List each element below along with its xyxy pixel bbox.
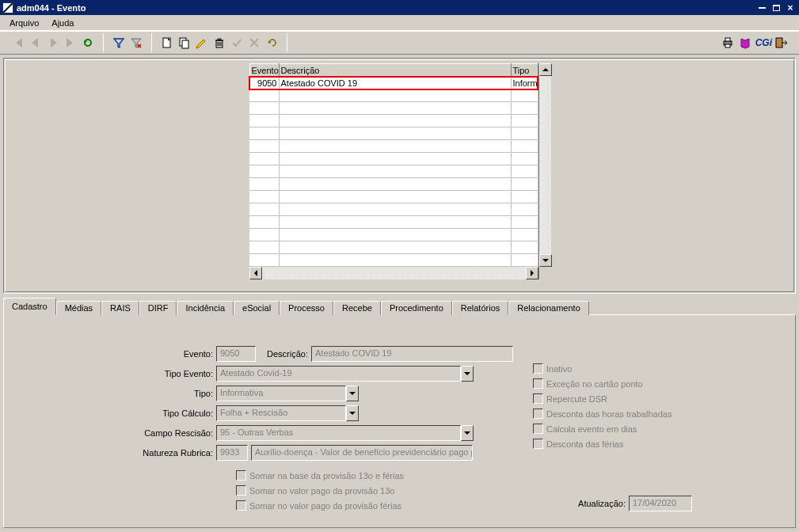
grid-row-empty[interactable] <box>249 191 538 203</box>
tab-relacionamento[interactable]: Relacionamento <box>508 301 589 315</box>
check-inativo[interactable]: Inativo <box>533 361 672 376</box>
grid-row-empty[interactable] <box>249 165 538 178</box>
input-evento[interactable]: 9050 <box>216 346 256 362</box>
label-atualizacao: Atualização: <box>578 499 629 508</box>
tab-relatorios[interactable]: Relatórios <box>452 301 509 315</box>
scroll-down-button[interactable] <box>539 254 552 267</box>
copy-button[interactable] <box>176 34 193 51</box>
evento-grid[interactable]: Evento Descrição Tipo 9050 Atestado COVI… <box>249 63 538 267</box>
scroll-up-button[interactable] <box>539 63 552 76</box>
grid-row-empty[interactable] <box>249 153 538 165</box>
grid-cell-evento[interactable]: 9050 <box>249 77 279 89</box>
grid-header-row: Evento Descrição Tipo <box>249 64 538 77</box>
grid-row-empty[interactable] <box>249 115 538 127</box>
vertical-scrollbar[interactable] <box>538 63 551 279</box>
grid-row-empty[interactable] <box>249 89 538 102</box>
combo-tipo-evento[interactable]: Atestado Covid-19 <box>216 366 474 382</box>
grid-row-empty[interactable] <box>249 203 538 216</box>
grid-row-empty[interactable] <box>249 241 538 254</box>
input-natureza-desc[interactable]: Auxílio-doença - Valor de benefício prev… <box>251 445 473 461</box>
label-tipo-calculo: Tipo Cálculo: <box>153 408 216 418</box>
close-button[interactable]: × <box>784 2 797 13</box>
svg-rect-2 <box>182 40 188 48</box>
menu-ajuda[interactable]: Ajuda <box>45 17 80 29</box>
filter-button[interactable] <box>110 34 127 51</box>
svg-rect-7 <box>776 38 782 48</box>
tab-recebe[interactable]: Recebe <box>333 301 381 315</box>
tab-processo[interactable]: Processo <box>280 301 333 315</box>
chevron-down-icon[interactable] <box>461 425 474 441</box>
prev-button[interactable] <box>27 34 44 51</box>
check-desconta-ferias[interactable]: Desconta das férias <box>533 436 672 451</box>
edit-button[interactable] <box>193 34 211 51</box>
cancel-button[interactable] <box>245 34 263 51</box>
input-descricao[interactable]: Atestado COVID 19 <box>311 346 513 362</box>
maximize-button[interactable] <box>770 2 782 13</box>
horizontal-scrollbar[interactable] <box>249 267 538 279</box>
chevron-down-icon[interactable] <box>461 366 474 382</box>
book-button[interactable] <box>736 34 754 51</box>
save-button[interactable] <box>228 34 245 51</box>
delete-button[interactable] <box>211 34 228 51</box>
label-descricao: Descrição: <box>256 349 311 359</box>
grid-cell-descricao[interactable]: Atestado COVID 19 <box>279 77 511 89</box>
undo-button[interactable] <box>263 34 280 51</box>
combo-tipo[interactable]: Informativa <box>216 386 359 401</box>
grid-panel: Evento Descrição Tipo 9050 Atestado COVI… <box>3 58 796 294</box>
scroll-right-button[interactable] <box>526 267 538 279</box>
combo-campo-rescisao[interactable]: 95 - Outras Verbas <box>216 425 474 441</box>
chevron-down-icon[interactable] <box>346 386 359 401</box>
check-somar-base-13o[interactable]: Somar na base da provisão 13o e férias <box>236 468 789 483</box>
input-atualizacao[interactable]: 17/04/2020 <box>629 496 692 511</box>
grid-row-empty[interactable] <box>249 216 538 229</box>
grid-row-empty[interactable] <box>249 140 538 153</box>
cgi-label: CGi <box>755 37 772 48</box>
input-natureza-code[interactable]: 9933 <box>216 445 248 461</box>
check-desconta-horas[interactable]: Desconta das horas trabalhadas <box>533 406 672 421</box>
menu-arquivo[interactable]: Arquivo <box>3 17 45 29</box>
tab-procedimento[interactable]: Procedimento <box>381 301 452 315</box>
menu-bar: Arquivo Ajuda <box>0 15 799 31</box>
tab-rais[interactable]: RAIS <box>101 301 139 315</box>
check-repercute-dsr[interactable]: Repercute DSR <box>533 391 672 406</box>
title-bar: adm044 - Evento × <box>0 0 799 15</box>
grid-header-descricao[interactable]: Descrição <box>279 64 511 77</box>
tab-medias[interactable]: Médias <box>56 301 101 315</box>
grid-row-empty[interactable] <box>249 178 538 191</box>
tab-cadastro[interactable]: Cadastro <box>3 298 56 315</box>
new-button[interactable] <box>158 34 176 51</box>
grid-row-selected[interactable]: 9050 Atestado COVID 19 Informa <box>249 77 538 89</box>
scroll-left-button[interactable] <box>249 267 262 279</box>
refresh-button[interactable] <box>79 34 97 51</box>
tab-esocial[interactable]: eSocial <box>234 301 280 315</box>
label-tipo-evento: Tipo Evento: <box>153 369 216 378</box>
check-somar-valor-13o[interactable]: Somar no valor pago da provisão 13o <box>236 483 789 498</box>
grid-cell-tipo[interactable]: Informa <box>511 77 538 89</box>
tab-dirf[interactable]: DIRF <box>139 301 177 315</box>
toolbar: CGi <box>0 31 799 55</box>
print-button[interactable] <box>719 34 736 51</box>
grid-row-empty[interactable] <box>249 229 538 241</box>
grid-row-empty[interactable] <box>249 254 538 267</box>
check-excecao[interactable]: Exceção no cartão ponto <box>533 376 672 391</box>
first-button[interactable] <box>10 34 27 51</box>
grid-row-empty[interactable] <box>249 102 538 115</box>
minimize-button[interactable] <box>755 2 768 13</box>
tab-incidencia[interactable]: Incidência <box>177 301 234 315</box>
window-title: adm044 - Evento <box>17 3 754 13</box>
exit-button[interactable] <box>772 34 789 51</box>
last-button[interactable] <box>62 34 79 51</box>
svg-rect-6 <box>725 44 730 48</box>
combo-tipo-calculo[interactable]: Folha + Rescisão <box>216 405 359 421</box>
grid-header-tipo[interactable]: Tipo <box>511 64 538 77</box>
chevron-down-icon[interactable] <box>346 405 359 421</box>
clear-filter-button[interactable] <box>127 34 145 51</box>
next-button[interactable] <box>44 34 62 51</box>
check-somar-valor-ferias[interactable]: Somar no valor pago da provisão férias <box>236 498 789 513</box>
check-calcula-dias[interactable]: Calcula evento em dias <box>533 421 672 436</box>
label-tipo: Tipo: <box>153 389 216 398</box>
grid-header-evento[interactable]: Evento <box>249 64 279 77</box>
grid-row-empty[interactable] <box>249 127 538 140</box>
label-evento: Evento: <box>153 349 216 359</box>
label-campo-rescisao: Campo Rescisão: <box>137 428 216 438</box>
